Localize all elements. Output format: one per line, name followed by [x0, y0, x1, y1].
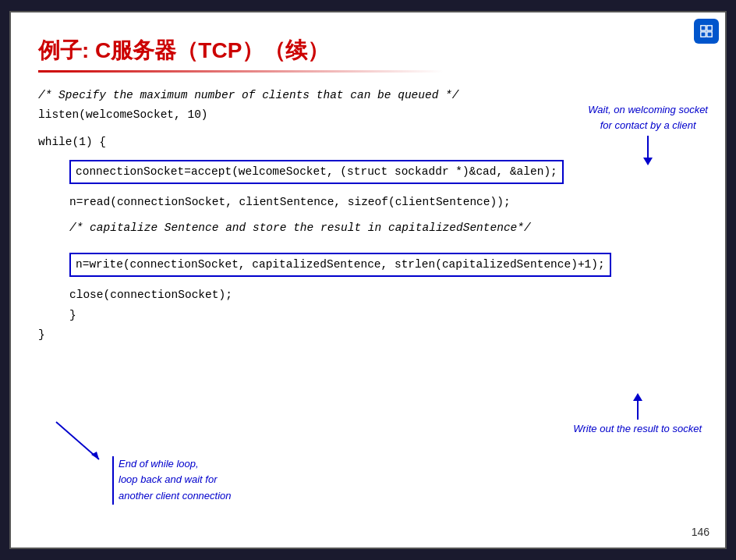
code-close: close(connectionSocket);: [38, 286, 698, 304]
code-comment2: /* capitalize Sentence and store the res…: [38, 219, 698, 237]
annotation-bottom-right: Write out the result to socket: [573, 393, 702, 434]
title-underline: [38, 70, 444, 73]
slide-title: 例子: C服务器（TCP）（续）: [38, 36, 698, 66]
code-accept: connectionSocket=accept(welcomeSocket, (…: [69, 160, 564, 184]
arrow-up-write: [573, 393, 702, 420]
code-write: n=write(connectionSocket, capitalizedSen…: [69, 253, 611, 277]
svg-rect-0: [701, 26, 706, 30]
annotation-bl-line1: End of while loop,: [119, 458, 199, 470]
annotation-tr-line2: for contact by a client: [600, 119, 696, 131]
annotation-top-right: Wait, on welcoming socket for contact by…: [588, 102, 708, 165]
page-number: 146: [692, 526, 709, 538]
code-close-brace-inner: }: [38, 307, 698, 324]
svg-rect-1: [707, 26, 712, 30]
annotation-br-line1: Write out the result to socket: [573, 423, 702, 434]
code-close-brace-outer: }: [38, 326, 698, 344]
annotation-tr-line1: Wait, on welcoming socket: [588, 104, 708, 115]
slide: 例子: C服务器（TCP）（续） /* Specify the maximum …: [9, 11, 727, 549]
svg-rect-3: [707, 32, 712, 37]
annotation-bl-line2: loop back and wait for: [119, 473, 217, 485]
annotation-bl-line3: another client connection: [119, 490, 232, 502]
annotation-bottom-left: End of while loop, loop back and wait fo…: [112, 456, 232, 505]
svg-rect-2: [701, 32, 706, 37]
arrow-down-welcome: [588, 136, 708, 165]
svg-line-4: [56, 422, 99, 459]
arrow-to-while-end: [56, 422, 119, 468]
corner-icon: [694, 19, 719, 44]
code-read: n=read(connectionSocket, clientSentence,…: [38, 193, 698, 211]
